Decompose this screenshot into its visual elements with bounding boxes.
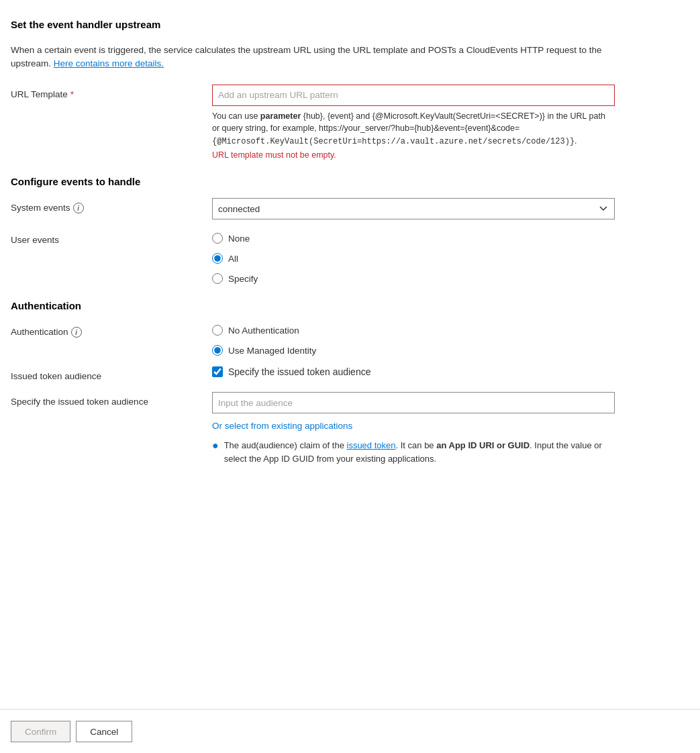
details-link[interactable]: Here contains more details.	[54, 58, 164, 68]
url-template-input[interactable]	[212, 85, 615, 106]
user-events-none-radio[interactable]	[212, 233, 223, 244]
user-events-all-option[interactable]: All	[212, 253, 679, 264]
required-indicator: *	[70, 89, 74, 99]
footer: Confirm Cancel	[0, 709, 700, 753]
user-events-radio-group: None All Specify	[212, 230, 679, 284]
auth-managed-identity-radio[interactable]	[212, 345, 223, 356]
system-events-row: System events i connected disconnected c…	[11, 198, 679, 219]
audience-input[interactable]	[212, 392, 615, 413]
audience-info-box: ● The aud(audience) claim of the issued …	[212, 439, 615, 465]
select-existing-apps-link[interactable]: Or select from existing applications	[212, 421, 352, 431]
cancel-button[interactable]: Cancel	[76, 721, 132, 742]
issued-token-control: Specify the issued token audience	[212, 366, 679, 377]
user-events-specify-radio[interactable]	[212, 273, 223, 284]
audience-info-text: The aud(audience) claim of the issued to…	[224, 439, 615, 465]
issued-token-link[interactable]: issued token	[347, 440, 396, 450]
user-events-none-option[interactable]: None	[212, 233, 679, 244]
auth-no-auth-radio[interactable]	[212, 325, 223, 336]
auth-no-auth-label: No Authentication	[228, 325, 299, 336]
url-template-label: URL Template *	[11, 85, 212, 99]
page-description: When a certain event is triggered, the s…	[11, 44, 628, 71]
specify-audience-control: Or select from existing applications ● T…	[212, 392, 679, 465]
user-events-specify-label: Specify	[228, 274, 258, 284]
authentication-control: No Authentication Use Managed Identity	[212, 322, 679, 356]
user-events-none-label: None	[228, 234, 250, 244]
user-events-label: User events	[11, 230, 212, 245]
authentication-label: Authentication i	[11, 322, 212, 338]
issued-token-label: Issued token audience	[11, 366, 212, 381]
system-events-dropdown[interactable]: connected disconnected connect	[212, 198, 615, 219]
system-events-label: System events i	[11, 198, 212, 213]
authentication-radio-group: No Authentication Use Managed Identity	[212, 322, 679, 356]
user-events-row: User events None All Specify	[11, 230, 679, 284]
issued-token-checkbox[interactable]	[212, 366, 223, 377]
info-bullet-icon: ●	[212, 440, 219, 465]
user-events-control: None All Specify	[212, 230, 679, 284]
url-template-control: You can use parameter {hub}, {event} and…	[212, 85, 679, 160]
user-events-specify-option[interactable]: Specify	[212, 273, 679, 284]
auth-managed-identity-label: Use Managed Identity	[228, 346, 316, 356]
specify-audience-label: Specify the issued token audience	[11, 392, 212, 407]
configure-events-title: Configure events to handle	[11, 176, 679, 187]
issued-token-checkbox-label: Specify the issued token audience	[228, 366, 370, 377]
confirm-button[interactable]: Confirm	[11, 721, 70, 742]
url-template-hint: You can use parameter {hub}, {event} and…	[212, 110, 615, 148]
url-template-row: URL Template * You can use parameter {hu…	[11, 85, 679, 160]
issued-token-row: Issued token audience Specify the issued…	[11, 366, 679, 381]
auth-no-auth-option[interactable]: No Authentication	[212, 325, 679, 336]
issued-token-checkbox-row: Specify the issued token audience	[212, 366, 679, 377]
authentication-section-title: Authentication	[11, 300, 679, 311]
authentication-row: Authentication i No Authentication Use M…	[11, 322, 679, 356]
system-events-control: connected disconnected connect	[212, 198, 679, 219]
page-title: Set the event handler upstream	[11, 19, 679, 30]
user-events-all-label: All	[228, 254, 238, 264]
auth-managed-identity-option[interactable]: Use Managed Identity	[212, 345, 679, 356]
system-events-info-icon[interactable]: i	[73, 203, 84, 213]
specify-audience-row: Specify the issued token audience Or sel…	[11, 392, 679, 465]
user-events-all-radio[interactable]	[212, 253, 223, 264]
authentication-info-icon[interactable]: i	[71, 327, 82, 338]
url-template-error: URL template must not be empty.	[212, 150, 679, 160]
